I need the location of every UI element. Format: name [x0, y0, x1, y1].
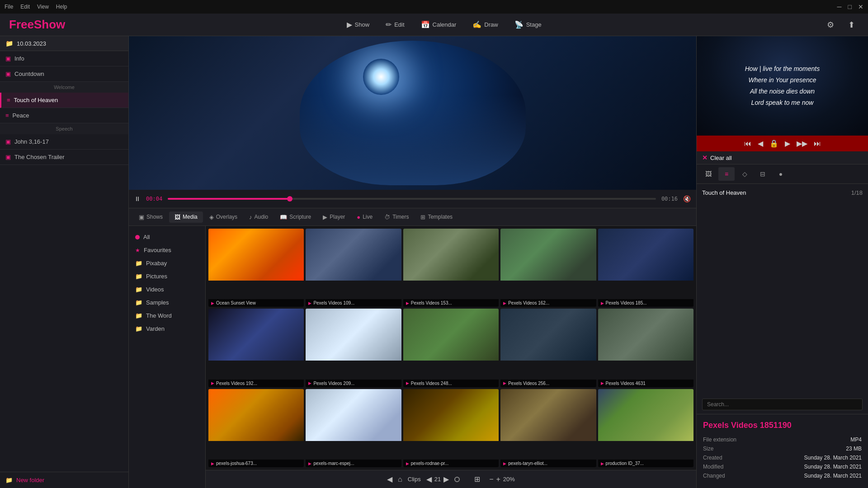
media-item-15[interactable]: ▶ production ID_37... [598, 389, 693, 467]
menu-view[interactable]: View [37, 4, 49, 10]
zoom-in-button[interactable]: + [496, 475, 500, 483]
media-item-6[interactable]: ▶ Pexels Videos 192... [208, 309, 304, 387]
media-cat-pictures[interactable]: 📁 Pictures [129, 270, 205, 283]
media-cat-favourites[interactable]: ★ Favourites [129, 244, 205, 257]
right-tab-text[interactable]: ≡ [718, 167, 735, 181]
media-item-8[interactable]: ▶ Pexels Videos 248... [403, 309, 499, 387]
info-icon: ▣ [5, 55, 11, 62]
clear-all-label: Clear all [710, 155, 732, 161]
nav-calendar[interactable]: 📅 Calendar [414, 18, 464, 32]
media-cat-all[interactable]: All [129, 230, 205, 244]
prev-button[interactable]: ◀ [758, 139, 763, 148]
media-item-13[interactable]: ▶ pexels-rodnae-pr... [403, 389, 499, 467]
new-folder-icon: 📁 [5, 477, 13, 483]
menu-file[interactable]: File [5, 4, 13, 10]
sidebar-item-peace[interactable]: ≡ Peace [0, 108, 128, 123]
sidebar-item-john[interactable]: ▣ John 3,16-17 [0, 134, 128, 150]
next-button[interactable]: ▶▶ [797, 139, 807, 148]
play-button[interactable]: ▶ [785, 139, 790, 148]
media-item-12[interactable]: ▶ pexels-marc-espej... [306, 389, 401, 467]
media-item-1[interactable]: ▶ Ocean Sunset View [208, 229, 304, 307]
menu-edit[interactable]: Edit [20, 4, 30, 10]
media-cat-varden[interactable]: 📁 Varden [129, 322, 205, 335]
media-item-3[interactable]: ▶ Pexels Videos 153... [403, 229, 499, 307]
sidebar-item-info-label: Info [14, 55, 24, 62]
progress-fill [168, 198, 290, 200]
media-cat-the-word[interactable]: 📁 The Word [129, 309, 205, 322]
tab-shows[interactable]: ▣ Shows [133, 211, 168, 223]
sidebar-item-touch-of-heaven[interactable]: ≡ Touch of Heaven [0, 93, 128, 108]
settings-button[interactable]: ⚙ [823, 17, 838, 33]
search-input[interactable] [702, 399, 863, 410]
right-tab-color[interactable]: ● [773, 167, 789, 181]
menu-help[interactable]: Help [56, 4, 67, 10]
right-tab-layout[interactable]: ⊟ [755, 167, 771, 181]
media-item-9[interactable]: ▶ Pexels Videos 256... [500, 309, 596, 387]
right-preview-text: How | live for the momentsWhere in Your … [736, 54, 829, 118]
new-folder-button[interactable]: 📁 New folder [0, 472, 128, 488]
earth-surface [300, 95, 526, 185]
video-icon: ▶ [503, 381, 506, 385]
prev-page-button[interactable]: ◀ [387, 475, 392, 483]
overlays-tab-icon: ◈ [209, 214, 214, 221]
media-cat-samples[interactable]: 📁 Samples [129, 296, 205, 309]
mute-button[interactable]: 🔇 [683, 195, 691, 202]
right-tab-shape[interactable]: ◇ [736, 167, 753, 181]
nav-edit[interactable]: ✏ Edit [378, 18, 411, 32]
media-item-5[interactable]: ▶ Pexels Videos 185... [598, 229, 693, 307]
media-item-label: Ocean Sunset View [216, 300, 256, 305]
maximize-button[interactable]: □ [848, 3, 852, 10]
tab-live[interactable]: ● Live [351, 211, 378, 223]
progress-bar[interactable] [168, 198, 656, 200]
skip-start-button[interactable]: ⏮ [744, 140, 751, 148]
templates-tab-icon: ⊞ [420, 214, 425, 221]
media-label: ▶ production ID_37... [598, 460, 693, 467]
nav-show[interactable]: ▶ Show [340, 18, 377, 32]
zoom-out-button[interactable]: − [489, 475, 493, 483]
tab-scripture[interactable]: 📖 Scripture [274, 211, 316, 223]
tab-timers[interactable]: ⏱ Timers [379, 211, 414, 223]
nav-edit-label: Edit [394, 21, 404, 28]
tab-overlays[interactable]: ◈ Overlays [204, 211, 243, 223]
tab-media[interactable]: 🖼 Media [169, 211, 203, 223]
video-icon: ▶ [308, 381, 311, 385]
app-logo: FreeShow [9, 18, 65, 32]
media-footer: ◀ ⌂ Clips ◀ 21 ▶ ⊞ [206, 470, 696, 488]
tab-audio[interactable]: ♪ Audio [244, 211, 274, 223]
nav-draw[interactable]: ✍ Draw [465, 18, 505, 32]
right-search-area [697, 399, 868, 414]
earth-visual [300, 41, 526, 185]
media-item-4[interactable]: ▶ Pexels Videos 162... [500, 229, 596, 307]
close-button[interactable]: ✕ [858, 3, 863, 10]
lock-button[interactable]: 🔒 [769, 139, 778, 148]
media-cat-samples-label: Samples [146, 299, 169, 306]
media-label: ▶ pexels-taryn-elliot... [500, 460, 596, 467]
sidebar-item-info[interactable]: ▣ Info [0, 51, 128, 66]
media-cat-videos[interactable]: 📁 Videos [129, 283, 205, 296]
grid-view-button[interactable]: ⊞ [474, 475, 480, 483]
media-item-2[interactable]: ▶ Pexels Videos 109... [306, 229, 401, 307]
skip-end-button[interactable]: ⏭ [814, 140, 821, 148]
shows-tab-icon: ▣ [139, 214, 144, 221]
current-time: 00:04 [146, 196, 162, 202]
sidebar-item-chosen[interactable]: ▣ The Chosen Trailer [0, 150, 128, 165]
page-next[interactable]: ▶ [443, 475, 449, 483]
media-item-7[interactable]: ▶ Pexels Videos 209... [306, 309, 401, 387]
tab-player[interactable]: ▶ Player [317, 211, 350, 223]
minimize-button[interactable]: ─ [837, 3, 842, 10]
sidebar-item-countdown[interactable]: ▣ Countdown [0, 66, 128, 82]
media-item-11[interactable]: ▶ pexels-joshua-673... [208, 389, 304, 467]
pause-button[interactable]: ⏸ [134, 195, 141, 202]
media-cat-pixabay[interactable]: 📁 Pixabay [129, 257, 205, 270]
upload-button[interactable]: ⬆ [844, 17, 859, 33]
home-button[interactable]: ⌂ [398, 475, 402, 483]
clear-all-button[interactable]: ✕ Clear all [702, 154, 732, 161]
media-item-10[interactable]: ▶ Pexels Videos 4631 [598, 309, 693, 387]
right-tab-image[interactable]: 🖼 [700, 167, 717, 181]
nav-stage[interactable]: 📡 Stage [507, 18, 549, 32]
file-created-val: Sunday 28. March 2021 [804, 455, 862, 461]
media-item-14[interactable]: ▶ pexels-taryn-elliot... [500, 389, 596, 467]
tab-templates[interactable]: ⊞ Templates [415, 211, 458, 223]
file-modified-row: Modified Sunday 28. March 2021 [703, 464, 862, 470]
page-prev[interactable]: ◀ [426, 475, 432, 483]
